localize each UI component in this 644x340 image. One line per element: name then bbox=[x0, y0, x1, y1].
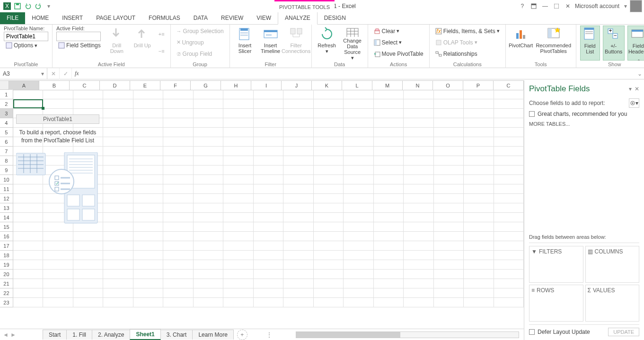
cell[interactable] bbox=[404, 241, 433, 251]
cell[interactable] bbox=[494, 288, 524, 298]
cell[interactable] bbox=[374, 241, 404, 251]
fx-icon[interactable]: fx bbox=[75, 70, 79, 77]
tab-analyze[interactable]: ANALYZE bbox=[278, 12, 318, 25]
cell[interactable] bbox=[163, 128, 193, 137]
cell[interactable] bbox=[194, 194, 223, 203]
cell[interactable] bbox=[103, 156, 133, 166]
cell[interactable] bbox=[494, 99, 524, 109]
cell[interactable] bbox=[254, 109, 283, 118]
cell[interactable] bbox=[194, 118, 223, 128]
col-header[interactable]: C bbox=[494, 81, 524, 90]
cell[interactable] bbox=[163, 288, 193, 298]
cell[interactable] bbox=[223, 175, 253, 184]
pivottable-name-input[interactable] bbox=[4, 32, 48, 41]
row-header[interactable]: 8 bbox=[0, 156, 13, 166]
sheet-tab[interactable]: 1. Fill bbox=[66, 330, 92, 340]
cell[interactable] bbox=[314, 222, 344, 232]
insert-slicer-button[interactable]: Insert Slicer bbox=[234, 26, 256, 61]
col-header[interactable]: B bbox=[39, 81, 70, 90]
cell[interactable] bbox=[344, 270, 373, 279]
cell[interactable] bbox=[464, 270, 494, 279]
cell[interactable] bbox=[404, 203, 433, 213]
close-icon[interactable]: ✕ bbox=[564, 2, 572, 10]
cell[interactable] bbox=[314, 156, 344, 166]
cell[interactable] bbox=[103, 90, 133, 99]
cell[interactable] bbox=[464, 90, 494, 99]
cell[interactable] bbox=[344, 194, 373, 203]
cell[interactable] bbox=[464, 147, 494, 156]
cell[interactable] bbox=[344, 109, 373, 118]
cell[interactable] bbox=[163, 90, 193, 99]
cell[interactable] bbox=[374, 270, 404, 279]
cell[interactable] bbox=[283, 298, 313, 307]
cell[interactable] bbox=[194, 137, 223, 147]
cell[interactable] bbox=[283, 147, 313, 156]
account-label[interactable]: Microsoft account bbox=[575, 3, 619, 9]
cell[interactable] bbox=[374, 109, 404, 118]
qat-more-icon[interactable]: ▾ bbox=[44, 2, 53, 10]
cell[interactable] bbox=[344, 137, 373, 147]
cell[interactable] bbox=[314, 241, 344, 251]
cell[interactable] bbox=[314, 213, 344, 222]
cell[interactable] bbox=[434, 175, 464, 184]
cell[interactable] bbox=[163, 298, 193, 307]
cell[interactable] bbox=[464, 194, 494, 203]
cell[interactable] bbox=[163, 203, 193, 213]
cell[interactable] bbox=[73, 270, 103, 279]
cell[interactable] bbox=[494, 166, 524, 175]
row-header[interactable]: 2 bbox=[0, 99, 13, 109]
cell[interactable] bbox=[464, 109, 494, 118]
cell[interactable] bbox=[283, 175, 313, 184]
clear-button[interactable]: Clear ▾ bbox=[372, 27, 425, 35]
cell[interactable] bbox=[73, 279, 103, 288]
cell[interactable] bbox=[163, 118, 193, 128]
cell[interactable] bbox=[344, 166, 373, 175]
tab-home[interactable]: HOME bbox=[25, 12, 55, 24]
tab-view[interactable]: VIEW bbox=[250, 12, 278, 24]
active-field-input[interactable] bbox=[56, 32, 101, 41]
cell[interactable] bbox=[374, 147, 404, 156]
field-list-button[interactable]: Field List bbox=[580, 26, 600, 61]
cell[interactable] bbox=[314, 194, 344, 203]
cell[interactable] bbox=[344, 260, 373, 270]
col-header[interactable]: N bbox=[403, 81, 433, 90]
cell[interactable] bbox=[133, 184, 163, 194]
cell[interactable] bbox=[194, 241, 223, 251]
cell[interactable] bbox=[314, 175, 344, 184]
cell[interactable] bbox=[404, 166, 433, 175]
cell[interactable] bbox=[13, 251, 43, 260]
cell[interactable] bbox=[254, 222, 283, 232]
tab-page-layout[interactable]: PAGE LAYOUT bbox=[89, 12, 142, 24]
cell[interactable] bbox=[464, 137, 494, 147]
cell[interactable] bbox=[133, 109, 163, 118]
cell[interactable] bbox=[494, 147, 524, 156]
cell[interactable] bbox=[254, 279, 283, 288]
change-data-source-button[interactable]: Change Data Source▾ bbox=[341, 26, 364, 61]
cell[interactable] bbox=[344, 232, 373, 241]
cell[interactable] bbox=[434, 184, 464, 194]
cell[interactable] bbox=[464, 99, 494, 109]
cell[interactable] bbox=[283, 118, 313, 128]
cell[interactable] bbox=[283, 156, 313, 166]
col-header[interactable]: M bbox=[372, 81, 403, 90]
cell[interactable] bbox=[103, 137, 133, 147]
cell[interactable] bbox=[194, 175, 223, 184]
col-header[interactable]: P bbox=[463, 81, 494, 90]
cell[interactable] bbox=[13, 288, 43, 298]
cell[interactable] bbox=[434, 109, 464, 118]
sheet-tab[interactable]: Sheet1 bbox=[130, 329, 160, 340]
cell[interactable] bbox=[194, 270, 223, 279]
cell[interactable] bbox=[194, 203, 223, 213]
cell[interactable] bbox=[344, 118, 373, 128]
cell[interactable] bbox=[223, 270, 253, 279]
cell[interactable] bbox=[434, 260, 464, 270]
cell[interactable] bbox=[254, 203, 283, 213]
more-tables-link[interactable]: MORE TABLES... bbox=[529, 121, 639, 127]
cell[interactable] bbox=[404, 99, 433, 109]
cell[interactable] bbox=[494, 260, 524, 270]
cell[interactable] bbox=[163, 147, 193, 156]
account-dropdown-icon[interactable]: ▾ bbox=[624, 3, 627, 9]
cell[interactable] bbox=[404, 156, 433, 166]
row-header[interactable]: 14 bbox=[0, 213, 13, 222]
cell[interactable] bbox=[314, 288, 344, 298]
